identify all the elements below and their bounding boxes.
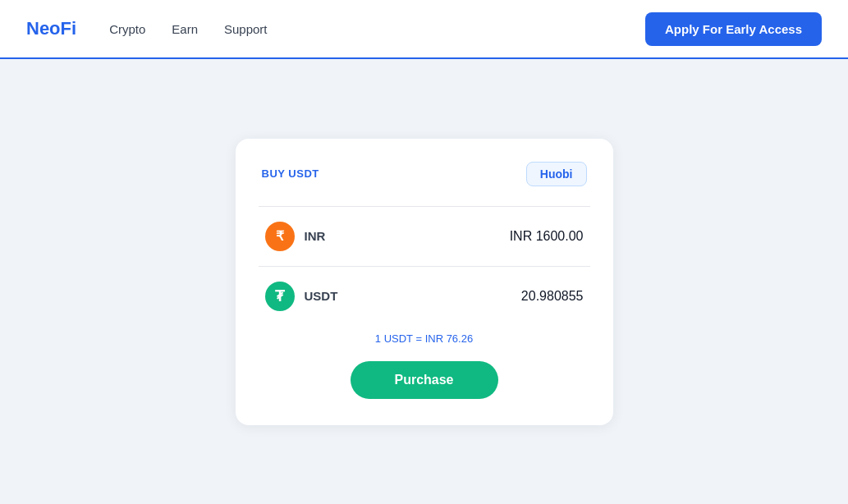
- card-header: BUY USDT Huobi: [262, 162, 587, 186]
- exchange-badge-huobi[interactable]: Huobi: [526, 162, 587, 186]
- main-content: BUY USDT Huobi ₹ INR INR 1600.00 ₮ USDT: [0, 59, 848, 504]
- usdt-value: 20.980855: [521, 289, 584, 304]
- usdt-label: USDT: [305, 289, 338, 303]
- logo[interactable]: NeoFi: [26, 18, 76, 39]
- inr-row: ₹ INR INR 1600.00: [262, 207, 587, 266]
- nav-item-crypto[interactable]: Crypto: [109, 22, 145, 36]
- navigation: Crypto Earn Support: [109, 22, 645, 36]
- inr-icon: ₹: [265, 222, 295, 251]
- inr-left: ₹ INR: [265, 222, 326, 251]
- usdt-icon: ₮: [265, 282, 295, 311]
- buy-usdt-card: BUY USDT Huobi ₹ INR INR 1600.00 ₮ USDT: [236, 139, 613, 425]
- header: NeoFi Crypto Earn Support Apply For Earl…: [0, 0, 848, 59]
- exchange-rate: 1 USDT = INR 76.26: [262, 332, 587, 345]
- buy-usdt-title: BUY USDT: [262, 167, 319, 180]
- usdt-row: ₮ USDT 20.980855: [262, 267, 587, 326]
- inr-label: INR: [305, 229, 326, 243]
- inr-value: INR 1600.00: [510, 229, 584, 244]
- nav-item-support[interactable]: Support: [224, 22, 268, 36]
- apply-early-access-button[interactable]: Apply For Early Access: [645, 12, 822, 46]
- nav-item-earn[interactable]: Earn: [172, 22, 198, 36]
- purchase-button[interactable]: Purchase: [351, 361, 498, 399]
- usdt-left: ₮ USDT: [265, 282, 338, 311]
